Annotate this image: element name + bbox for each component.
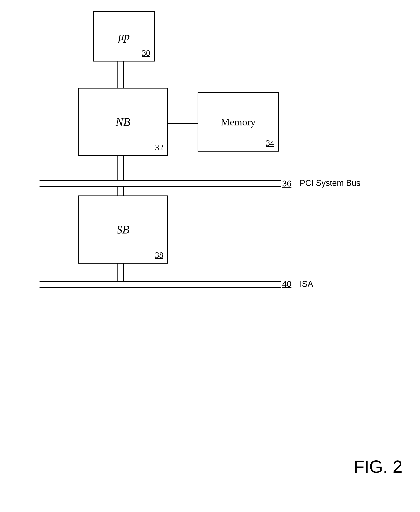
- conn-sb-isa-right: [123, 264, 124, 281]
- up-label: μp: [118, 30, 130, 43]
- sb-box: SB 38: [78, 196, 168, 264]
- diagram: μp 30 NB 32 Memory 34 36 PCI System Bus …: [39, 7, 380, 380]
- figure-caption: FIG. 2: [354, 457, 402, 477]
- conn-sb-isa-left: [117, 264, 118, 281]
- isa-number: 40: [282, 279, 291, 289]
- up-box: μp 30: [93, 11, 155, 61]
- nb-box: NB 32: [78, 88, 168, 156]
- isa-bus-top: [39, 281, 281, 282]
- pci-number: 36: [282, 179, 291, 188]
- sb-number: 38: [155, 250, 163, 260]
- pci-bus-bottom: [39, 186, 281, 187]
- memory-box: Memory 34: [198, 92, 279, 152]
- isa-label: ISA: [300, 279, 313, 289]
- conn-nb-mem: [168, 123, 198, 124]
- sb-label: SB: [117, 223, 129, 236]
- conn-nb-pci-left: [117, 156, 118, 180]
- conn-up-nb-right: [123, 61, 124, 88]
- up-number: 30: [142, 48, 150, 58]
- conn-pci-sb-right: [123, 187, 124, 196]
- memory-label: Memory: [221, 116, 255, 128]
- conn-pci-sb-left: [117, 187, 118, 196]
- isa-bus-bottom: [39, 287, 281, 288]
- pci-label: PCI System Bus: [300, 178, 360, 188]
- nb-label: NB: [116, 115, 130, 129]
- memory-number: 34: [266, 138, 274, 148]
- nb-number: 32: [155, 143, 163, 152]
- conn-nb-pci-right: [123, 156, 124, 180]
- conn-up-nb-left: [117, 61, 118, 88]
- pci-bus-top: [39, 180, 281, 181]
